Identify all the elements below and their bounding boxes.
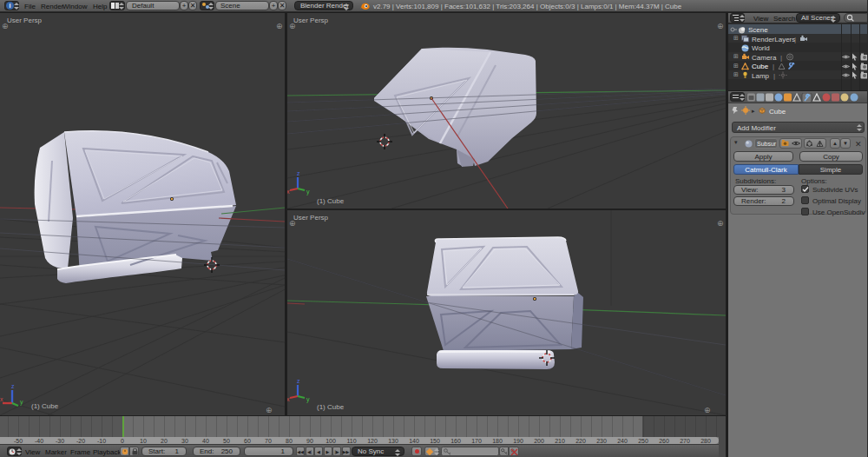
svg-text:z: z bbox=[297, 170, 300, 176]
svg-text:z: z bbox=[11, 383, 15, 389]
svg-text:y: y bbox=[306, 189, 310, 195]
svg-text:x: x bbox=[287, 396, 290, 402]
svg-text:z: z bbox=[297, 378, 300, 384]
svg-text:y: y bbox=[20, 399, 23, 406]
svg-text:x: x bbox=[0, 396, 3, 402]
svg-text:x: x bbox=[287, 189, 290, 195]
svg-text:y: y bbox=[306, 396, 310, 403]
